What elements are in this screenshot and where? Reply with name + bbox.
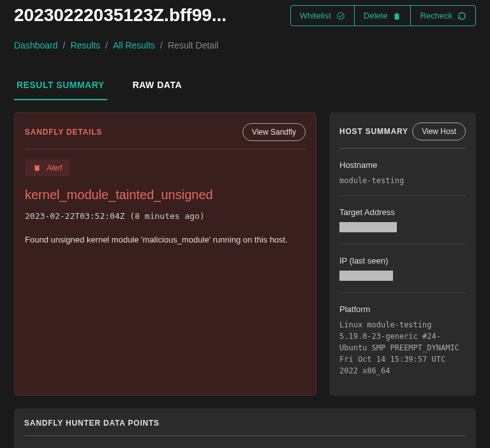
breadcrumb-separator: / <box>105 40 108 50</box>
view-sandfly-button[interactable]: View Sandfly <box>242 123 306 141</box>
platform-value: Linux module-testing 5.19.0-23-generic #… <box>339 319 466 377</box>
delete-button[interactable]: Delete <box>355 6 412 26</box>
sandfly-panel-title: SANDFLY DETAILS <box>25 128 102 137</box>
recheck-label: Recheck <box>420 11 452 20</box>
tab-result-summary[interactable]: RESULT SUMMARY <box>14 73 107 100</box>
target-address-value <box>339 222 397 232</box>
alert-badge: Alert <box>25 160 70 176</box>
svg-rect-1 <box>35 165 40 170</box>
sandfly-name: kernel_module_tainted_unsigned <box>25 188 306 202</box>
hunter-panel-title: SANDFLY HUNTER DATA POINTS <box>24 419 466 428</box>
platform-label: Platform <box>339 304 466 314</box>
alert-label: Alert <box>47 163 63 172</box>
action-button-group: Whitelist Delete Recheck <box>290 5 476 26</box>
hunter-data-points-panel: SANDFLY HUNTER DATA POINTS kernel_module… <box>14 408 476 448</box>
sandfly-description: Found unsigned kernel module 'malicious_… <box>25 235 306 244</box>
hostname-value: module-testing <box>339 175 466 186</box>
crumb-current: Result Detail <box>168 40 218 50</box>
breadcrumb: Dashboard / Results / All Results / Resu… <box>14 40 476 50</box>
ip-last-seen-label: IP (last seen) <box>339 256 466 265</box>
host-panel-title: HOST SUMMARY <box>339 127 408 136</box>
crumb-results[interactable]: Results <box>70 40 100 50</box>
view-host-button[interactable]: View Host <box>412 123 466 140</box>
sandfly-timestamp: 2023-02-22T03:52:04Z (8 minutes ago) <box>25 211 306 221</box>
tab-bar: RESULT SUMMARY RAW DATA <box>14 73 476 101</box>
target-address-label: Target Address <box>339 207 466 217</box>
whitelist-button[interactable]: Whitelist <box>291 6 355 26</box>
check-circle-icon <box>336 11 345 20</box>
svg-point-0 <box>338 12 345 19</box>
host-summary-panel: HOST SUMMARY View Host Hostname module-t… <box>329 112 476 396</box>
page-title: 20230222035123Z.bff99... <box>14 5 226 26</box>
whitelist-label: Whitelist <box>300 11 331 20</box>
tab-raw-data[interactable]: RAW DATA <box>130 73 184 100</box>
clipboard-icon <box>33 163 41 172</box>
delete-label: Delete <box>364 11 388 20</box>
refresh-icon <box>457 11 466 20</box>
breadcrumb-separator: / <box>160 40 163 50</box>
crumb-all-results[interactable]: All Results <box>113 40 155 50</box>
crumb-dashboard[interactable]: Dashboard <box>14 40 58 50</box>
sandfly-details-panel: SANDFLY DETAILS View Sandfly Alert kerne… <box>14 112 316 396</box>
hostname-label: Hostname <box>339 160 466 170</box>
recheck-button[interactable]: Recheck <box>411 6 475 26</box>
breadcrumb-separator: / <box>63 40 66 50</box>
trash-icon <box>392 11 401 20</box>
ip-last-seen-value <box>339 271 393 281</box>
svg-rect-2 <box>36 164 38 165</box>
